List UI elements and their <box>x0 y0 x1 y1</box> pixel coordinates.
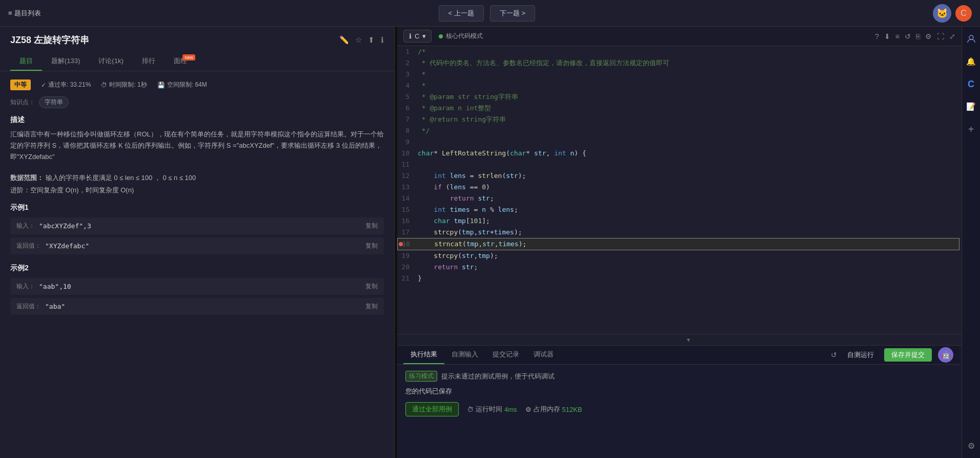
code-line-5: 5 * @param str string字符串 <box>397 91 959 103</box>
problem-content: 中等 ✓ 通过率: 33.21% ⏱ 时间限制: 1秒 💾 空间限制: 64M … <box>0 71 394 458</box>
code-line-14: 14 return str; <box>397 193 959 204</box>
download-icon[interactable]: ⬇ <box>884 32 890 41</box>
nav-center: < 上一题 下一题 > <box>439 5 535 22</box>
example1-input-row: 输入： "abcXYZdef",3 复制 <box>10 217 384 234</box>
code-line-19: 19 strcpy(str,tmp); <box>397 250 959 262</box>
refresh-icon[interactable]: ↺ <box>905 32 911 41</box>
tab-submit-record[interactable]: 提交记录 <box>485 346 526 364</box>
right-panel: 🔔 C 📝 + ⚙ ℹ C ▾ 核心代码模式 ? ⬇ <box>397 27 980 458</box>
top-nav: ≡ 题目列表 < 上一题 下一题 > 🐱 C <box>0 0 980 27</box>
right-sidebar: 🔔 C 📝 + ⚙ <box>962 27 980 458</box>
copyright-icon[interactable]: C <box>964 77 978 91</box>
copy-code-icon[interactable]: ⎘ <box>916 32 920 41</box>
menu-icon: ≡ <box>8 9 12 17</box>
language-selector[interactable]: ℹ C ▾ <box>403 30 432 43</box>
problem-header: JZ58 左旋转字符串 ✏️ ☆ ⬆ ℹ 题目 题解(133) <box>0 27 394 71</box>
user-sidebar-icon[interactable] <box>964 32 978 46</box>
editor-toolbar: ℹ C ▾ 核心代码模式 ? ⬇ ≡ ↺ ⎘ ⚙ ⛶ ⤢ <box>397 27 980 46</box>
tab-interview[interactable]: 面经 new <box>165 52 196 71</box>
settings-icon[interactable]: ⚙ <box>964 439 978 453</box>
bottom-tab-actions: ↺ 自测运行 保存并提交 🤖 <box>831 346 953 364</box>
main-layout: JZ58 左旋转字符串 ✏️ ☆ ⬆ ℹ 题目 题解(133) <box>0 27 980 458</box>
code-line-17: 17 strcpy(tmp,str+times); <box>397 227 959 238</box>
avatar[interactable]: 🐱 <box>933 4 951 23</box>
help-icon[interactable]: ? <box>875 32 879 41</box>
example1-output-row: 返回值： "XYZdefabc" 复制 <box>10 237 384 254</box>
code-line-13: 13 if (lens == 0) <box>397 182 959 193</box>
core-mode-label: 核心代码模式 <box>439 32 483 41</box>
example2-output-row: 返回值： "aba" 复制 <box>10 298 384 315</box>
translate-icon[interactable]: 📝 <box>964 99 978 114</box>
practice-mode-row: 练习模式 提示未通过的测试用例，便于代码调试 <box>405 371 951 382</box>
tab-solution[interactable]: 题解(133) <box>42 52 89 71</box>
code-area[interactable]: 1 /* 2 * 代码中的类名、方法名、参数名已经指定，请勿修改，直接返回方法规… <box>397 46 980 334</box>
self-run-button[interactable]: 自测运行 <box>843 348 878 362</box>
knowledge-tag[interactable]: 字符串 <box>39 96 69 108</box>
code-line-3: 3 * <box>397 69 959 80</box>
memory-icon: ⚙ <box>525 406 532 413</box>
runtime-stat: ⏱ 运行时间 4ms <box>467 405 517 414</box>
code-line-6: 6 * @param n int整型 <box>397 103 959 114</box>
star-icon[interactable]: ☆ <box>355 35 362 45</box>
code-line-11: 11 <box>397 159 959 170</box>
problem-title-row: JZ58 左旋转字符串 ✏️ ☆ ⬆ ℹ <box>10 34 384 46</box>
copy-example2-output[interactable]: 复制 <box>365 302 378 311</box>
result-row: 通过全部用例 ⏱ 运行时间 4ms ⚙ 占用内存 512KB <box>405 402 951 416</box>
tab-problem[interactable]: 题目 <box>10 52 42 71</box>
space-limit: 💾 空间限制: 64M <box>157 81 207 89</box>
example1: 示例1 输入： "abcXYZdef",3 复制 返回值： "XYZdefabc… <box>10 203 384 254</box>
tab-rank[interactable]: 排行 <box>133 52 165 71</box>
collapse-handle[interactable]: ▾ <box>397 334 980 345</box>
memory-value: 512KB <box>562 406 582 413</box>
copy-example1-input[interactable]: 复制 <box>365 222 378 230</box>
bottom-content: 练习模式 提示未通过的测试用例，便于代码调试 您的代码已保存 通过全部用例 ⏱ … <box>397 365 959 458</box>
reset-bottom-icon[interactable]: ↺ <box>831 351 837 359</box>
runtime-value: 4ms <box>504 406 517 413</box>
next-problem-button[interactable]: 下一题 > <box>490 5 535 22</box>
nav-left: ≡ 题目列表 <box>8 9 41 18</box>
code-line-18: 18 strncat(tmp,str,times); <box>397 238 959 250</box>
edit-icon[interactable]: ✏️ <box>339 35 349 45</box>
tab-discuss[interactable]: 讨论(1k) <box>89 52 132 71</box>
code-line-9: 9 <box>397 136 959 148</box>
svg-point-0 <box>969 35 973 39</box>
code-line-7: 7 * @return string字符串 <box>397 114 959 125</box>
problem-list-button[interactable]: ≡ 题目列表 <box>8 9 41 18</box>
pass-badge: 通过全部用例 <box>405 402 459 416</box>
copy-example2-input[interactable]: 复制 <box>365 282 378 291</box>
tab-self-test-input[interactable]: 自测输入 <box>444 346 485 364</box>
ai-icon[interactable]: 🤖 <box>938 347 953 363</box>
fullscreen-icon[interactable]: ⤢ <box>949 32 955 41</box>
left-panel: JZ58 左旋转字符串 ✏️ ☆ ⬆ ℹ 题目 题解(133) <box>0 27 395 458</box>
save-submit-button[interactable]: 保存并提交 <box>884 348 932 362</box>
tab-execution-result[interactable]: 执行结果 <box>403 346 444 364</box>
description-block: 描述 汇编语言中有一种移位指令叫做循环左移（ROL），现在有个简单的任务，就是用… <box>10 115 384 163</box>
gear-icon[interactable]: ⚙ <box>925 32 932 41</box>
problem-title: JZ58 左旋转字符串 <box>10 34 89 46</box>
prev-problem-button[interactable]: < 上一题 <box>439 5 484 22</box>
notification-icon[interactable]: 🔔 <box>964 54 978 69</box>
add-icon[interactable]: + <box>964 122 978 136</box>
problem-icons: ✏️ ☆ ⬆ ℹ <box>339 35 384 45</box>
example2: 示例2 输入： "aab",10 复制 返回值： "aba" 复制 <box>10 264 384 315</box>
copy-example1-output[interactable]: 复制 <box>365 242 378 250</box>
expand-icon[interactable]: ⛶ <box>937 32 944 41</box>
saved-text: 您的代码已保存 <box>405 387 951 396</box>
pass-rate: ✓ 通过率: 33.21% <box>41 81 91 89</box>
chevron-down-icon: ▾ <box>422 32 426 40</box>
difficulty-badge: 中等 <box>10 79 31 90</box>
share-icon[interactable]: ⬆ <box>368 35 375 45</box>
tab-debugger[interactable]: 调试器 <box>526 346 561 364</box>
lang-icon: ℹ <box>409 32 412 40</box>
bottom-panel: 执行结果 自测输入 提交记录 调试器 ↺ 自测运行 保存并提交 🤖 练习模式 提… <box>397 345 980 458</box>
toolbar-icons: ? ⬇ ≡ ↺ ⎘ ⚙ ⛶ ⤢ <box>875 32 955 41</box>
data-range: 数据范围： 输入的字符串长度满足 0 ≤ len ≤ 100 ， 0 ≤ n ≤… <box>10 172 384 196</box>
avatar-right[interactable]: C <box>955 5 972 22</box>
time-limit: ⏱ 时间限制: 1秒 <box>101 81 147 89</box>
info-icon[interactable]: ℹ <box>381 35 384 45</box>
new-badge: new <box>182 54 195 61</box>
practice-mode-badge: 练习模式 <box>405 371 437 382</box>
code-line-4: 4 * <box>397 80 959 91</box>
breakpoint-dot <box>399 242 403 246</box>
format-icon[interactable]: ≡ <box>895 32 900 41</box>
